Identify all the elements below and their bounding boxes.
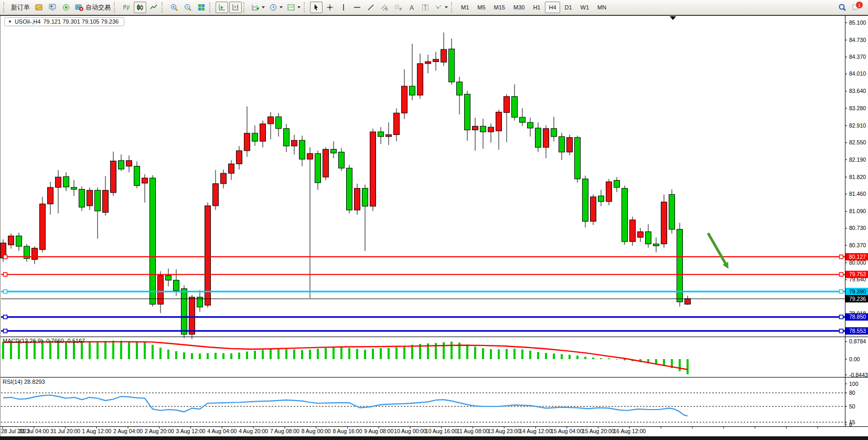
candle-body [606, 182, 612, 202]
zoom-out-icon[interactable] [181, 2, 194, 13]
horizontal-line-icon[interactable] [351, 2, 363, 13]
chart_bars [122, 3, 131, 12]
templates-icon[interactable] [285, 2, 302, 13]
svg-text:8 Aug 00:00: 8 Aug 00:00 [302, 428, 331, 434]
macd-indicator-label: MACD(12,26,9) -0.7660 -0.5167 [3, 338, 85, 344]
line-handle[interactable] [4, 315, 7, 319]
text-icon[interactable]: A [405, 2, 418, 13]
timeframe-m30[interactable]: M30 [510, 2, 528, 13]
new-order-button[interactable]: 新订单 [9, 2, 31, 13]
line-handle[interactable] [840, 255, 843, 259]
line-handle[interactable] [840, 329, 843, 333]
notification-badge: 1 [855, 1, 863, 9]
template [287, 3, 295, 12]
crosshair-icon[interactable] [324, 2, 336, 13]
timeframe-h4[interactable]: H4 [545, 2, 560, 13]
chat-icon[interactable]: 1 [850, 2, 862, 13]
cursor-icon[interactable] [310, 2, 323, 13]
dropdown-caret-icon[interactable] [280, 6, 283, 8]
line-handle[interactable] [840, 315, 843, 319]
bar-chart-icon[interactable] [120, 2, 133, 13]
candle-body [638, 232, 644, 237]
candle-body [331, 149, 337, 153]
zoom-in-icon[interactable] [168, 2, 180, 13]
candle-body [528, 122, 533, 128]
candle-body [126, 161, 132, 166]
candle-body [40, 204, 46, 249]
new-chart-icon[interactable] [33, 2, 45, 13]
candle-body [221, 173, 227, 184]
candle-body [205, 206, 211, 305]
hline [353, 3, 361, 12]
auto-scroll-icon[interactable] [216, 2, 228, 13]
candle-body [48, 187, 53, 204]
navigator-icon[interactable] [60, 2, 72, 13]
svg-text:1 Aug 12:00: 1 Aug 12:00 [82, 428, 111, 434]
dropdown-caret-icon[interactable] [262, 6, 265, 8]
timeframe-group: M1M5M15M30H1H4D1W1MN [457, 0, 610, 15]
candlestick-chart-icon[interactable] [134, 2, 146, 13]
chart_candles [136, 3, 144, 12]
ohlc-readout: 79.121 79.301 79.105 79.236 [43, 18, 119, 25]
arrows-icon[interactable] [433, 2, 449, 13]
svg-text:2 Aug 20:00: 2 Aug 20:00 [145, 428, 174, 434]
chart-shift-icon[interactable] [229, 2, 242, 13]
timeframe-m15[interactable]: M15 [490, 2, 509, 13]
scroll-group [215, 0, 242, 15]
svg-text:81.090: 81.090 [849, 208, 866, 214]
timeframe-mn[interactable]: MN [594, 2, 610, 13]
tline [367, 3, 375, 12]
candle-body [630, 220, 636, 242]
timeframe-h1[interactable]: H1 [529, 2, 544, 13]
dropdown-caret-icon[interactable] [445, 6, 448, 8]
symbol-dropdown-icon[interactable]: ▼ [8, 19, 12, 24]
channel-icon[interactable]: E [378, 2, 391, 13]
svg-text:85.100: 85.100 [849, 19, 866, 26]
candle-body [394, 113, 400, 134]
periods-icon[interactable] [267, 2, 284, 13]
indicators-icon[interactable] [250, 2, 266, 13]
timeframe-w1[interactable]: W1 [577, 2, 593, 13]
line-handle[interactable] [4, 273, 7, 276]
price-tag-label: 78.553 [849, 328, 866, 334]
svg-text:82.190: 82.190 [849, 156, 866, 163]
candle-body [119, 161, 124, 169]
toolbar-grip [114, 2, 117, 13]
svg-text:31 Jul 20:00: 31 Jul 20:00 [50, 428, 80, 434]
vertical-line-icon[interactable] [337, 2, 350, 13]
dropdown-caret-icon[interactable] [297, 6, 301, 8]
trendline-icon[interactable] [365, 2, 377, 13]
candle-body [276, 117, 282, 128]
line-handle[interactable] [4, 329, 7, 333]
tile-windows-icon[interactable] [195, 2, 208, 13]
candle-body [284, 129, 290, 146]
line-handle[interactable] [840, 273, 843, 276]
candle-body [661, 202, 667, 244]
auto-trading-button[interactable]: 自动交易 [73, 2, 112, 13]
candle-body [237, 151, 242, 164]
timeframe-m1[interactable]: M1 [457, 2, 473, 13]
timeframe-d1[interactable]: D1 [561, 2, 576, 13]
search-icon[interactable] [836, 2, 849, 13]
candle-body [378, 132, 384, 137]
arrows [434, 3, 443, 12]
fibonacci-icon[interactable]: F [392, 2, 404, 13]
candle-body [292, 140, 297, 146]
zoom_out [184, 3, 192, 12]
candle-body [166, 276, 172, 280]
line-chart-icon[interactable] [147, 2, 160, 13]
market-watch-icon[interactable] [46, 2, 59, 13]
mt4-window: 新订单自动交易EFATM1M5M15M30H1H4D1W1MN1 85.1008… [0, 0, 868, 440]
candle-body [512, 97, 518, 117]
chart-type-group [120, 0, 160, 15]
line-handle[interactable] [4, 290, 7, 294]
svg-text:9 Aug 08:00: 9 Aug 08:00 [364, 428, 393, 434]
line-handle[interactable] [840, 290, 843, 294]
text-label-icon[interactable]: T [419, 2, 432, 13]
toolbar-grip [3, 2, 7, 13]
line-handle[interactable] [4, 255, 7, 259]
trade-group: 新订单自动交易 [9, 0, 113, 15]
timeframe-m5[interactable]: M5 [474, 2, 489, 13]
chart-title[interactable]: ▼ USOil-,H4 79.121 79.301 79.105 79.236 [4, 17, 124, 26]
drawing-group: EFAT [309, 0, 450, 15]
